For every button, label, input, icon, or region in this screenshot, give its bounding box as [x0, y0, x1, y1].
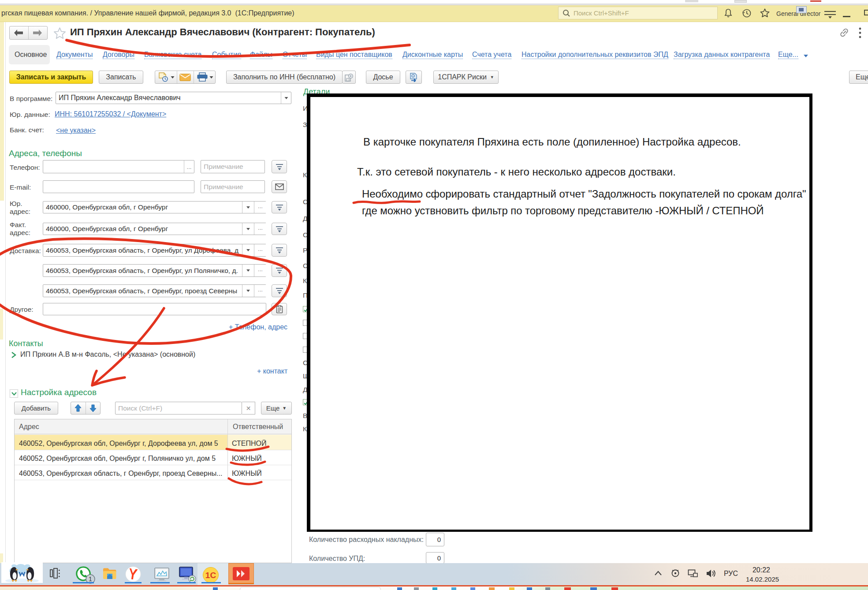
svg-text:1: 1	[89, 575, 92, 583]
svg-text:1С: 1С	[205, 571, 216, 580]
